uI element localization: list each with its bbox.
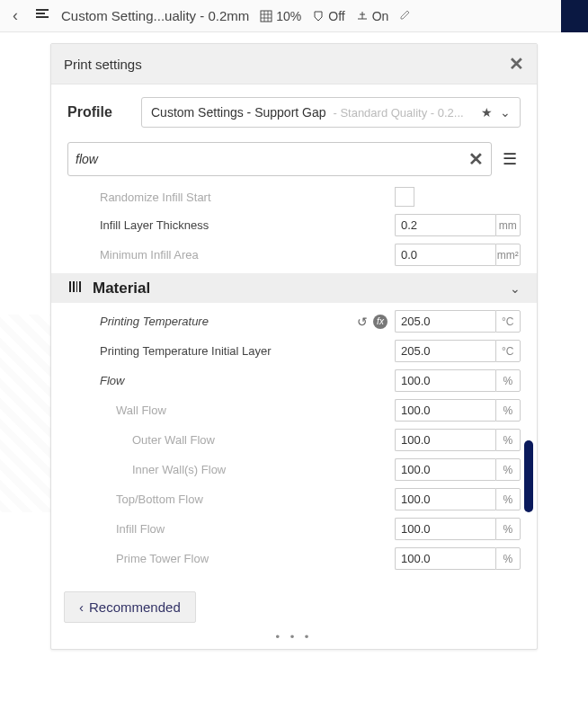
setting-input[interactable]: [395, 214, 495, 236]
setting-input-wrap: °C: [395, 340, 521, 362]
hamburger-icon[interactable]: ☰: [499, 146, 521, 173]
setting-label: Outer Wall Flow: [67, 433, 395, 447]
setting-unit: mm²: [495, 244, 521, 266]
setting-input-wrap: %: [395, 458, 521, 481]
panel-title: Print settings: [64, 57, 142, 72]
close-button[interactable]: ✕: [509, 53, 524, 75]
setting-label: Infill Layer Thickness: [67, 218, 395, 232]
settings-list: Randomize Infill StartInfill Layer Thick…: [51, 180, 537, 582]
setting-input-wrap: %: [395, 518, 521, 540]
reset-icon[interactable]: ↺: [357, 315, 368, 329]
setting-row: Outer Wall Flow%: [51, 425, 537, 455]
drag-handle-dots[interactable]: • • •: [51, 628, 537, 649]
setting-row: Prime Tower Flow%: [51, 544, 537, 573]
setting-row: Flow%: [51, 366, 537, 395]
topbar-accent: [561, 0, 588, 32]
search-row: ✕ ☰: [51, 135, 537, 180]
setting-label: Top/Bottom Flow: [67, 493, 395, 506]
setting-row: Minimum Infill Areamm²: [51, 240, 537, 270]
fx-icon[interactable]: fx: [373, 315, 388, 329]
pencil-icon[interactable]: [399, 8, 412, 23]
background-grid: [0, 315, 54, 512]
setting-label: Printing Temperature: [67, 315, 357, 328]
profile-row: Profile Custom Settings - Support Gap - …: [51, 84, 537, 135]
support-icon: [312, 10, 325, 22]
setting-unit: %: [495, 547, 521, 570]
setting-input[interactable]: [395, 369, 495, 392]
setting-unit: %: [495, 458, 521, 481]
setting-row: Top/Bottom Flow%: [51, 484, 537, 514]
svg-rect-4: [69, 281, 71, 292]
setting-row: Wall Flow%: [51, 395, 537, 425]
toolbar-title: Custom Setting...uality - 0.2mm: [61, 8, 249, 23]
setting-label: Randomize Infill Start: [67, 191, 395, 204]
recommended-button[interactable]: ‹ Recommended: [64, 591, 196, 623]
svg-rect-2: [36, 16, 49, 18]
setting-input-wrap: mm: [395, 214, 521, 236]
panel-footer: ‹ Recommended: [51, 582, 537, 628]
setting-label: Printing Temperature Initial Layer: [67, 344, 395, 358]
svg-rect-0: [36, 9, 49, 11]
setting-input-wrap: °C: [395, 310, 521, 333]
chevron-down-icon: ⌄: [510, 281, 521, 296]
setting-input[interactable]: [395, 547, 495, 570]
setting-input-wrap: %: [395, 369, 521, 392]
clear-search-button[interactable]: ✕: [468, 148, 484, 170]
section-header-material[interactable]: Material⌄: [51, 273, 537, 303]
star-icon[interactable]: ★: [481, 105, 493, 120]
setting-label: Wall Flow: [67, 404, 395, 417]
top-toolbar: ‹ Custom Setting...uality - 0.2mm 10% Of…: [0, 0, 588, 32]
panel-header: Print settings ✕: [51, 44, 537, 84]
setting-input-wrap: mm²: [395, 244, 521, 266]
setting-unit: %: [495, 488, 521, 510]
setting-row: Printing Temperature Initial Layer°C: [51, 336, 537, 366]
section-title: Material: [93, 280, 150, 297]
setting-label: Minimum Infill Area: [67, 248, 395, 262]
infill-stat: 10%: [260, 9, 301, 23]
setting-input-wrap: %: [395, 429, 521, 451]
profile-label: Profile: [67, 104, 130, 120]
chevron-left-icon: ‹: [79, 599, 84, 615]
setting-row: Printing Temperature↺fx°C: [51, 306, 537, 336]
search-box: ✕: [67, 142, 492, 176]
setting-input[interactable]: [395, 310, 495, 333]
setting-label: Prime Tower Flow: [67, 552, 395, 565]
setting-row: Randomize Infill Start: [51, 183, 537, 210]
setting-input[interactable]: [395, 488, 495, 510]
svg-rect-3: [261, 11, 272, 22]
setting-input-wrap: [395, 187, 521, 207]
support-stat: Off: [312, 9, 344, 23]
search-input[interactable]: [76, 152, 468, 166]
back-button[interactable]: ‹: [7, 6, 23, 25]
setting-input[interactable]: [395, 244, 495, 266]
chevron-down-icon[interactable]: ⌄: [500, 105, 511, 120]
setting-input[interactable]: [395, 458, 495, 481]
svg-rect-1: [36, 13, 45, 14]
setting-unit: mm: [495, 214, 521, 236]
setting-unit: °C: [495, 340, 521, 362]
setting-input[interactable]: [395, 399, 495, 422]
setting-label: Flow: [67, 374, 395, 387]
setting-input[interactable]: [395, 429, 495, 451]
setting-unit: %: [495, 518, 521, 540]
adhesion-icon: [356, 10, 369, 22]
setting-unit: °C: [495, 310, 521, 333]
material-icon: [67, 279, 84, 297]
setting-input-wrap: %: [395, 488, 521, 510]
setting-input[interactable]: [395, 340, 495, 362]
svg-rect-6: [76, 281, 77, 292]
svg-rect-5: [73, 281, 75, 292]
setting-unit: %: [495, 369, 521, 392]
setting-input[interactable]: [395, 518, 495, 540]
setting-row: Infill Flow%: [51, 514, 537, 544]
profile-selector[interactable]: Custom Settings - Support Gap - Standard…: [141, 97, 521, 128]
setting-unit: %: [495, 399, 521, 422]
setting-row: Inner Wall(s) Flow%: [51, 455, 537, 484]
setting-label: Infill Flow: [67, 522, 395, 536]
scrollbar-thumb[interactable]: [524, 440, 533, 512]
setting-input-wrap: %: [395, 399, 521, 422]
profile-icon: [34, 6, 50, 25]
setting-checkbox[interactable]: [395, 187, 414, 207]
print-settings-panel: Print settings ✕ Profile Custom Settings…: [50, 43, 538, 650]
setting-label: Inner Wall(s) Flow: [67, 463, 395, 476]
